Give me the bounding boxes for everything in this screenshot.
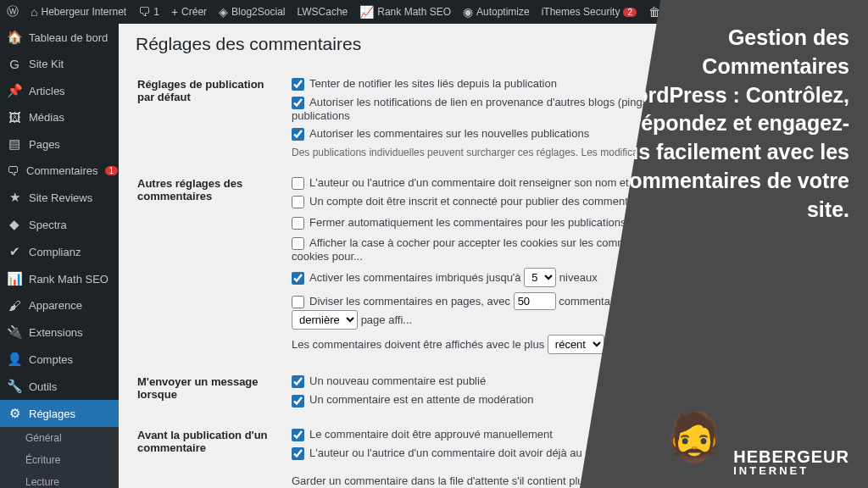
chk-allow-comments[interactable] xyxy=(292,128,304,141)
sidebar-item-extensions[interactable]: 🔌Extensions xyxy=(0,319,119,346)
new-content[interactable]: +Créer xyxy=(171,5,207,19)
sub-lecture[interactable]: Lecture xyxy=(0,471,119,488)
chk-prev-approved[interactable] xyxy=(292,447,304,460)
section-before-heading: Avant la publication d'un commentaire xyxy=(137,419,290,489)
admin-sidebar: 🏠Tableau de bord GSite Kit 📌Articles 🖼Mé… xyxy=(0,24,119,488)
comments-badge: 1 xyxy=(105,166,119,175)
page-icon: ▤ xyxy=(7,136,22,152)
section-default-heading: Réglages de publication par défaut xyxy=(137,68,290,165)
select-comment-order[interactable]: récent xyxy=(548,335,604,354)
media-icon: 🖼 xyxy=(7,110,22,125)
site-name[interactable]: ⌂Hebergeur Internet xyxy=(31,5,126,19)
sidebar-item-medias[interactable]: 🖼Médias xyxy=(0,104,119,130)
sidebar-item-dashboard[interactable]: 🏠Tableau de bord xyxy=(0,24,119,51)
sidebar-item-comptes[interactable]: 👤Comptes xyxy=(0,346,119,373)
toolbar-autoptimize[interactable]: ◉Autoptimize xyxy=(463,5,530,19)
sidebar-item-sitereviews[interactable]: ★Site Reviews xyxy=(0,184,119,211)
sidebar-item-reglages[interactable]: ⚙Réglages xyxy=(0,400,119,427)
sidebar-item-rankmath[interactable]: 📊Rank Math SEO xyxy=(0,265,119,292)
tools-icon: 🔧 xyxy=(7,379,22,394)
select-default-page[interactable]: dernière xyxy=(292,310,358,330)
section-email-heading: M'envoyer un message lorsque xyxy=(137,365,290,416)
sidebar-item-comments[interactable]: 🗨Commentaires1 xyxy=(0,158,119,184)
chk-paginate[interactable] xyxy=(292,296,304,308)
sidebar-item-articles[interactable]: 📌Articles xyxy=(0,77,119,104)
sub-general[interactable]: Général xyxy=(0,427,119,449)
dashboard-icon: 🏠 xyxy=(7,30,22,45)
chk-manual-approve[interactable] xyxy=(292,429,304,441)
sub-ecriture[interactable]: Écriture xyxy=(0,449,119,471)
spectra-icon: ◆ xyxy=(7,217,22,232)
input-per-page[interactable] xyxy=(514,292,556,310)
brush-icon: 🖌 xyxy=(7,298,22,313)
home-icon: ⌂ xyxy=(31,5,37,19)
chart-icon: 📈 xyxy=(359,5,374,19)
chk-email-moderation[interactable] xyxy=(292,395,304,408)
star-icon: ★ xyxy=(7,190,22,205)
plugin-icon: 🔌 xyxy=(7,324,22,340)
chk-require-registration[interactable] xyxy=(292,196,304,208)
toolbar-rankmath[interactable]: 📈Rank Math SEO xyxy=(359,5,451,19)
comments-bubble[interactable]: 🗨1 xyxy=(138,5,159,19)
toolbar-blog2social[interactable]: ◈Blog2Social xyxy=(219,5,285,19)
chk-thread[interactable] xyxy=(292,272,304,285)
chk-allow-pingback[interactable] xyxy=(292,97,304,109)
mascot-icon: 🧔 xyxy=(664,398,725,476)
sidebar-item-pages[interactable]: ▤Pages xyxy=(0,130,119,158)
wp-logo[interactable]: ⓦ xyxy=(7,4,19,19)
users-icon: 👤 xyxy=(7,352,22,367)
site-name-label: Hebergeur Internet xyxy=(41,6,126,18)
comment-icon: 🗨 xyxy=(138,5,150,19)
settings-icon: ⚙ xyxy=(7,406,22,421)
pin-icon: 📌 xyxy=(7,83,22,98)
toolbar-lwscache[interactable]: LWSCache xyxy=(297,6,348,18)
sidebar-item-spectra[interactable]: ◆Spectra xyxy=(0,211,119,238)
sidebar-item-complianz[interactable]: ✔Complianz xyxy=(0,238,119,265)
gauge-icon: ◉ xyxy=(463,5,473,19)
plus-icon: + xyxy=(171,5,178,19)
select-thread-depth[interactable]: 5 xyxy=(524,268,556,287)
sidebar-item-sitekit[interactable]: GSite Kit xyxy=(0,51,119,77)
chart-icon: 📊 xyxy=(7,271,22,286)
chk-notify-linked[interactable] xyxy=(292,78,304,91)
sidebar-item-apparence[interactable]: 🖌Apparence xyxy=(0,292,119,319)
ithemes-badge: 2 xyxy=(623,8,637,17)
chk-require-name[interactable] xyxy=(292,177,304,190)
chk-email-new[interactable] xyxy=(292,375,304,388)
toolbar-ithemes[interactable]: iThemes Security2 xyxy=(542,6,637,18)
new-content-label: Créer xyxy=(181,6,207,18)
chk-close-old[interactable] xyxy=(292,217,304,230)
share-icon: ◈ xyxy=(219,5,228,19)
sidebar-item-outils[interactable]: 🔧Outils xyxy=(0,373,119,400)
wordpress-icon: ⓦ xyxy=(7,4,19,19)
sidebar-submenu: Général Écriture Lecture Commentaires Mé… xyxy=(0,427,119,488)
brand-logo: HEBERGEURINTERNET xyxy=(733,448,849,476)
comment-count: 1 xyxy=(153,6,159,18)
shield-icon: ✔ xyxy=(7,244,22,259)
section-other-heading: Autres réglages des commentaires xyxy=(137,167,290,363)
chk-cookie-consent[interactable] xyxy=(292,237,304,250)
google-icon: G xyxy=(7,57,22,71)
comment-icon: 🗨 xyxy=(7,164,19,178)
